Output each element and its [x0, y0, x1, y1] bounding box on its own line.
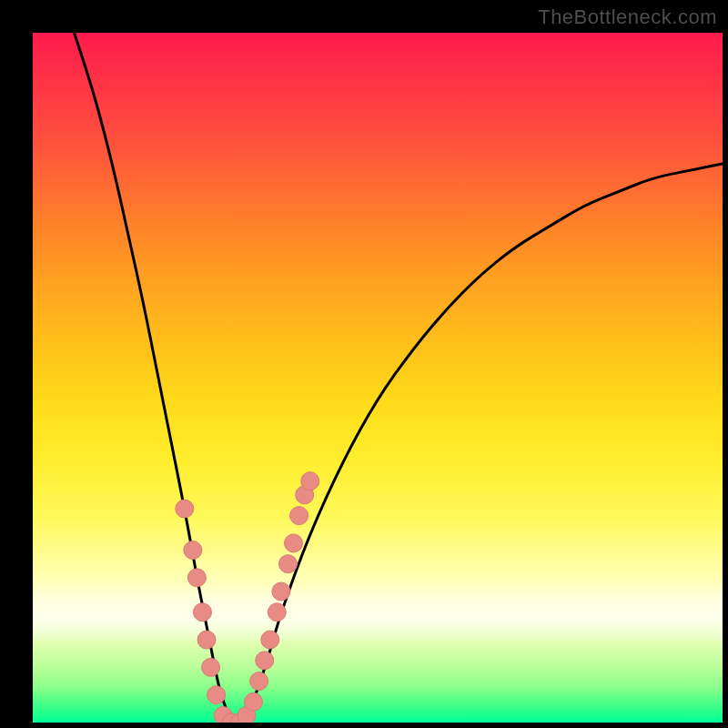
plot-area — [33, 33, 723, 723]
heat-gradient-background — [33, 33, 723, 723]
chart-frame: TheBottleneck.com — [0, 0, 728, 728]
attribution-text: TheBottleneck.com — [538, 5, 717, 29]
